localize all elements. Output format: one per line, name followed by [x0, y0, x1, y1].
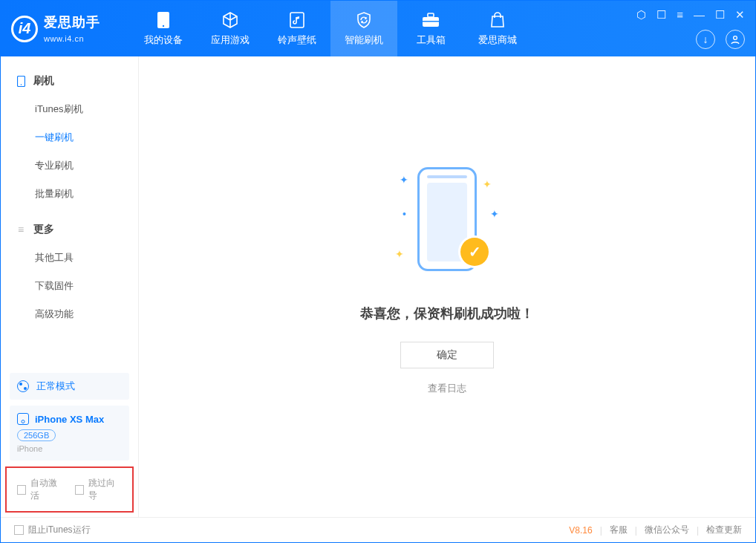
success-message: 恭喜您，保资料刷机成功啦！	[360, 305, 534, 322]
sidebar-group-flash: 刷机	[1, 67, 138, 95]
device-name: iPhone XS Max	[35, 414, 104, 425]
phone-small-icon	[16, 76, 26, 86]
device-icon	[17, 413, 29, 425]
feedback-icon[interactable]: ☐	[656, 8, 666, 22]
cube-icon	[221, 11, 240, 29]
sparkle-icon: ✦	[395, 248, 404, 260]
svg-point-1	[163, 25, 164, 26]
nav-toolbox[interactable]: 工具箱	[397, 1, 464, 56]
sidebar-item-download-firmware[interactable]: 下载固件	[1, 272, 138, 300]
check-update-link[interactable]: 检查更新	[706, 524, 742, 536]
sparkle-icon: ✦	[483, 178, 492, 190]
sidebar-item-pro-flash[interactable]: 专业刷机	[1, 152, 138, 180]
nav-my-device[interactable]: 我的设备	[130, 1, 197, 56]
footer: 阻止iTunes运行 V8.16 | 客服 | 微信公众号 | 检查更新	[1, 517, 755, 542]
logo-icon: i4	[11, 16, 38, 42]
version-label: V8.16	[569, 525, 592, 536]
sidebar-item-advanced[interactable]: 高级功能	[1, 300, 138, 328]
shirt-icon[interactable]: ⬡	[636, 8, 646, 22]
menu-icon[interactable]: ≡	[677, 8, 683, 22]
success-illustration: ✦ ✦ ✦ ✦ • ✓	[373, 149, 521, 290]
nav-flash[interactable]: 智能刷机	[330, 1, 397, 56]
device-card[interactable]: iPhone XS Max 256GB iPhone	[10, 406, 129, 461]
sidebar-item-other-tools[interactable]: 其他工具	[1, 244, 138, 272]
svg-rect-2	[290, 13, 304, 27]
download-button[interactable]: ↓	[696, 30, 715, 49]
top-nav: 我的设备 应用游戏 铃声壁纸 智能刷机 工具箱 爱思商城	[130, 1, 531, 56]
maximize-icon[interactable]: ☐	[715, 8, 725, 22]
device-type: iPhone	[17, 444, 122, 453]
sparkle-icon: ✦	[400, 174, 408, 186]
checkbox-block-itunes[interactable]: 阻止iTunes运行	[14, 524, 91, 536]
svg-point-8	[20, 84, 22, 85]
sidebar-item-batch-flash[interactable]: 批量刷机	[1, 180, 138, 208]
sidebar-group-more: ≡ 更多	[1, 215, 138, 244]
sparkle-icon: ✦	[490, 208, 499, 220]
bag-icon	[488, 11, 507, 29]
checkmark-badge-icon: ✓	[460, 238, 489, 266]
view-log-link[interactable]: 查看日志	[428, 382, 466, 395]
account-button[interactable]	[726, 30, 745, 49]
close-icon[interactable]: ✕	[735, 8, 745, 22]
toolbox-icon	[421, 11, 440, 29]
device-capacity: 256GB	[17, 429, 56, 441]
highlighted-options: 自动激活 跳过向导	[5, 466, 134, 513]
app-url: www.i4.cn	[44, 34, 84, 43]
checkbox-auto-activate[interactable]: 自动激活	[17, 477, 65, 502]
wechat-link[interactable]: 微信公众号	[645, 524, 689, 536]
svg-rect-5	[423, 21, 439, 22]
logo[interactable]: i4 爱思助手 www.i4.cn	[11, 13, 100, 45]
refresh-shield-icon	[354, 11, 374, 29]
list-icon: ≡	[16, 224, 26, 235]
main-content: ✦ ✦ ✦ ✦ • ✓ 恭喜您，保资料刷机成功啦！ 确定 查看日志	[139, 56, 755, 517]
phone-icon	[154, 11, 173, 29]
minimize-icon[interactable]: —	[694, 8, 705, 22]
mode-icon	[17, 380, 29, 392]
music-file-icon	[287, 11, 307, 29]
checkbox-skip-guide[interactable]: 跳过向导	[75, 477, 123, 502]
sidebar-item-oneclick-flash[interactable]: 一键刷机	[1, 123, 138, 152]
sidebar-item-itunes-flash[interactable]: iTunes刷机	[1, 95, 138, 123]
ok-button[interactable]: 确定	[400, 342, 494, 368]
nav-store[interactable]: 爱思商城	[464, 1, 531, 56]
header: i4 爱思助手 www.i4.cn 我的设备 应用游戏 铃声壁纸 智能刷机 工具…	[1, 1, 755, 56]
device-mode[interactable]: 正常模式	[10, 373, 129, 400]
sparkle-icon: •	[403, 208, 406, 220]
svg-rect-4	[428, 13, 434, 17]
app-title: 爱思助手	[44, 13, 100, 31]
sidebar: 刷机 iTunes刷机 一键刷机 专业刷机 批量刷机 ≡ 更多 其他工具 下载固…	[1, 56, 139, 517]
support-link[interactable]: 客服	[610, 524, 628, 536]
nav-ringtones[interactable]: 铃声壁纸	[264, 1, 330, 56]
nav-apps-games[interactable]: 应用游戏	[197, 1, 264, 56]
window-controls: ⬡ ☐ ≡ — ☐ ✕	[636, 8, 745, 22]
svg-point-6	[734, 36, 737, 40]
